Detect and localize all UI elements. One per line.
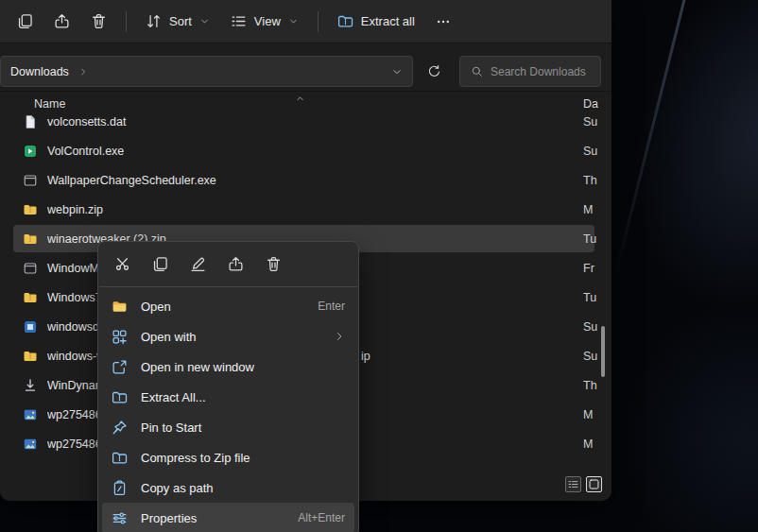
breadcrumb[interactable]: Downloads [10,65,69,78]
details-view-button[interactable] [565,476,581,492]
context-menu-item-open[interactable]: Open Enter [102,291,354,321]
file-date-modified: Fr [583,262,594,275]
copy-icon [17,13,33,29]
copy-icon [152,256,168,272]
context-menu-item-compress-to-zip-file[interactable]: Compress to Zip file [102,442,354,472]
trash-icon [91,13,107,29]
menu-item-label: Extract All... [141,390,345,404]
image-file-icon [23,407,38,422]
address-bar[interactable]: Downloads [0,56,413,87]
pin-icon [112,420,128,436]
file-date-modified: M [583,438,593,451]
divider [0,91,612,92]
zip-file-icon [23,202,38,217]
large-icons-view-button[interactable] [586,476,602,492]
toolbar-separator [126,11,127,32]
app-gray-file-icon [23,173,38,188]
menu-item-shortcut: Enter [318,300,345,313]
menu-item-label: Copy as path [141,481,345,495]
menu-item-shortcut: Alt+Enter [298,511,345,524]
share-icon [228,256,244,272]
file-row[interactable]: webpin.zip M [0,195,612,224]
address-dropdown-icon[interactable] [391,66,403,77]
extract-all-label: Extract all [361,14,415,28]
extract-icon [112,389,128,405]
command-bar: Sort View Extract all [0,0,612,43]
refresh-button[interactable] [420,57,448,85]
file-name-tail: ip [361,350,370,363]
context-menu-item-open-with[interactable]: Open with [102,321,354,352]
file-date-modified: Su [583,350,597,363]
ellipsis-icon [436,14,451,29]
download-file-icon [23,378,38,393]
file-file-icon [23,114,38,129]
file-date-modified: M [583,408,593,421]
cut-icon [114,256,130,272]
menu-item-label: Open in new window [141,360,345,374]
file-name: VolControl.exe [47,145,612,158]
file-date-modified: Su [583,145,597,158]
rename-button[interactable] [180,249,215,279]
compress-icon [112,450,128,466]
view-toggles [565,476,602,492]
new-window-icon [112,359,128,375]
zip-file-icon [23,232,38,247]
menu-item-label: Pin to Start [141,420,345,435]
file-date-modified: Su [583,115,597,129]
search-box[interactable]: Search Downloads [459,56,601,87]
breadcrumb-chevron-icon [78,67,88,77]
zip-file-icon [23,349,38,364]
submenu-chevron-icon [334,331,345,342]
context-menu-quick-actions [98,246,358,284]
toolbar-separator [318,11,319,32]
copy-button[interactable] [8,6,43,38]
file-row[interactable]: volconsetts.dat Su [0,107,612,136]
sort-arrows-icon [146,13,162,29]
share-button[interactable] [44,6,79,38]
file-row[interactable]: VolControl.exe Su [0,136,612,165]
context-menu-item-pin-to-start[interactable]: Pin to Start [102,412,354,442]
sort-button[interactable]: Sort [136,6,219,38]
refresh-icon [427,64,441,78]
share-button[interactable] [217,249,253,279]
context-menu-item-open-in-new-window[interactable]: Open in new window [102,352,354,382]
menu-item-label: Compress to Zip file [141,451,345,465]
delete-icon [266,256,282,272]
file-date-modified: Tu [583,232,596,246]
file-name: volconsetts.dat [47,115,612,129]
view-label: View [254,14,281,28]
file-date-modified: Su [583,320,597,334]
file-date-modified: Th [583,174,597,187]
search-placeholder: Search Downloads [491,65,586,78]
menu-item-label: Open with [141,330,334,344]
delete-button[interactable] [255,249,291,279]
chevron-down-icon [199,16,210,26]
context-menu-item-extract-all[interactable]: Extract All... [102,382,354,412]
menu-separator [99,286,357,287]
sort-label: Sort [169,14,192,28]
copy-button[interactable] [142,249,178,279]
extract-all-button[interactable]: Extract all [328,6,424,38]
delete-button[interactable] [81,6,116,38]
context-menu-items: Open Enter Open with Open in new window … [98,291,358,532]
rename-icon [190,256,206,272]
open-folder-icon [112,299,128,315]
file-date-modified: M [583,203,593,216]
context-menu: Open Enter Open with Open in new window … [97,241,359,532]
sort-ascending-icon [295,94,305,104]
view-options-icon [231,13,247,29]
cut-button[interactable] [104,249,140,279]
file-name: WallpaperChangeScheduler.exe [47,174,612,187]
file-date-modified: Tu [583,291,596,304]
context-menu-item-copy-as-path[interactable]: Copy as path [102,472,354,503]
view-button[interactable]: View [221,6,308,38]
zip-file-icon [23,290,38,305]
context-menu-item-properties[interactable]: Properties Alt+Enter [102,503,354,532]
scrollbar[interactable] [601,326,605,377]
address-row: Downloads Search Downloads [0,56,612,87]
file-row[interactable]: WallpaperChangeScheduler.exe Th [0,165,612,195]
open-with-icon [112,329,128,345]
app-green-file-icon [23,144,38,159]
more-options-button[interactable] [426,6,460,38]
extract-zip-icon [337,13,353,29]
